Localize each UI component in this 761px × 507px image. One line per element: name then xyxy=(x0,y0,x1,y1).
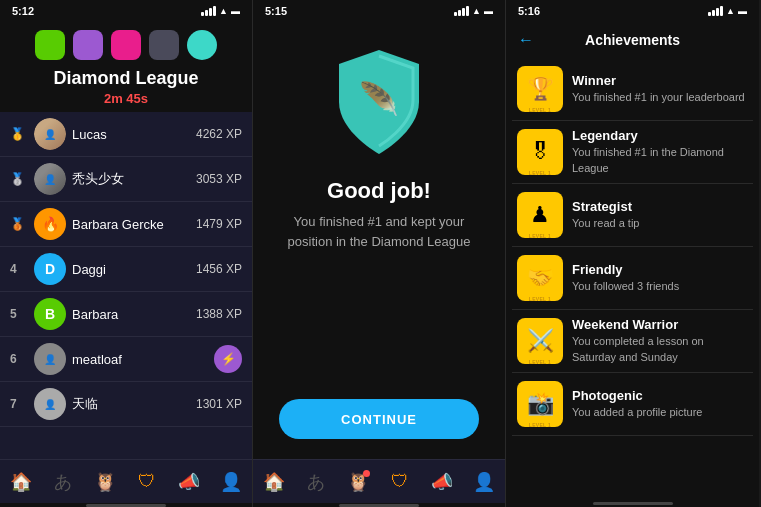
nav-social-1[interactable]: 📣 xyxy=(175,468,203,496)
list-item: 🏆 Winner You finished #1 in your leaderb… xyxy=(512,58,753,121)
time-1: 5:12 xyxy=(12,5,34,17)
rank-1: 🥇 xyxy=(10,127,28,141)
gem-green xyxy=(35,30,65,60)
signal-icon xyxy=(201,6,216,16)
rank-2: 🥈 xyxy=(10,172,28,186)
time-3: 5:16 xyxy=(518,5,540,17)
nav-profile-1[interactable]: 👤 xyxy=(217,468,245,496)
avatar-3: 🔥 xyxy=(34,208,66,240)
table-row: 🥉 🔥 Barbara Gercke 1479 XP xyxy=(0,202,252,247)
nav-learn-2[interactable]: あ xyxy=(302,468,330,496)
rank-5: 5 xyxy=(10,307,28,321)
achievement-info-strategist: Strategist You read a tip xyxy=(572,199,749,231)
battery-icon-2: ▬ xyxy=(484,6,493,16)
nav-learn-1[interactable]: あ xyxy=(49,468,77,496)
table-row: 7 👤 天临 1301 XP xyxy=(0,382,252,427)
status-bar-2: 5:15 ▲ ▬ xyxy=(253,0,505,22)
league-header: Diamond League 2m 45s xyxy=(0,22,252,112)
nav-shield-2[interactable]: 🛡 xyxy=(386,468,414,496)
xp-4: 1456 XP xyxy=(196,262,242,276)
phone2: 5:15 ▲ ▬ 🪶 Good job! You fini xyxy=(253,0,506,507)
gem-pink xyxy=(111,30,141,60)
league-title: Diamond League xyxy=(53,68,198,89)
avatar-2: 👤 xyxy=(34,163,66,195)
status-bar-3: 5:16 ▲ ▬ xyxy=(506,0,759,22)
nav-owl-2[interactable]: 🦉 xyxy=(344,468,372,496)
xp-5: 1388 XP xyxy=(196,307,242,321)
name-3: Barbara Gercke xyxy=(72,217,196,232)
gem-gray xyxy=(149,30,179,60)
nav-home-2[interactable]: 🏠 xyxy=(260,468,288,496)
avatar-7: 👤 xyxy=(34,388,66,420)
achievements-list: 🏆 Winner You finished #1 in your leaderb… xyxy=(506,58,759,499)
achievement-info-photogenic: Photogenic You added a profile picture xyxy=(572,388,749,420)
table-row: 5 B Barbara 1388 XP xyxy=(0,292,252,337)
time-2: 5:15 xyxy=(265,5,287,17)
status-bar-1: 5:12 ▲ ▬ xyxy=(0,0,252,22)
list-item: 🎖 Legendary You finished #1 in the Diamo… xyxy=(512,121,753,184)
nav-owl-1[interactable]: 🦉 xyxy=(91,468,119,496)
battery-icon-3: ▬ xyxy=(738,6,747,16)
nav-shield-1[interactable]: 🛡 xyxy=(133,468,161,496)
table-row: 6 👤 meatloaf ⚡ xyxy=(0,337,252,382)
continue-button[interactable]: CONTINUE xyxy=(279,399,479,439)
achievement-badge-friendly: 🤝 xyxy=(516,254,564,302)
avatar-4: D xyxy=(34,253,66,285)
home-indicator-3 xyxy=(506,499,759,507)
lightning-badge: ⚡ xyxy=(214,345,242,373)
achievement-badge-strategist: ♟ xyxy=(516,191,564,239)
avatar-1: 👤 xyxy=(34,118,66,150)
achievement-badge-winner: 🏆 xyxy=(516,65,564,113)
phone1: 5:12 ▲ ▬ Diamond League 2m 45s xyxy=(0,0,253,507)
nav-social-2[interactable]: 📣 xyxy=(428,468,456,496)
achievement-info-weekend: Weekend Warrior You completed a lesson o… xyxy=(572,317,749,365)
goodjob-desc: You finished #1 and kept your position i… xyxy=(253,212,505,251)
gem-teal xyxy=(187,30,217,60)
name-4: Daggi xyxy=(72,262,196,277)
achievement-info-friendly: Friendly You followed 3 friends xyxy=(572,262,749,294)
table-row: 🥇 👤 Lucas 4262 XP xyxy=(0,112,252,157)
phone3: 5:16 ▲ ▬ ← Achievements 🏆 Winne xyxy=(506,0,759,507)
achievement-info-winner: Winner You finished #1 in your leaderboa… xyxy=(572,73,749,105)
signal-icon-3 xyxy=(708,6,723,16)
status-icons-2: ▲ ▬ xyxy=(454,6,493,16)
name-7: 天临 xyxy=(72,395,196,413)
phone1-content: Diamond League 2m 45s 🥇 👤 Lucas 4262 XP … xyxy=(0,22,252,507)
signal-icon-2 xyxy=(454,6,469,16)
wifi-icon-2: ▲ xyxy=(472,6,481,16)
xp-1: 4262 XP xyxy=(196,127,242,141)
badge-row xyxy=(35,30,217,60)
achievements-header: ← Achievements xyxy=(506,22,759,58)
back-button[interactable]: ← xyxy=(518,31,534,49)
phone3-content: ← Achievements 🏆 Winner You finished #1 … xyxy=(506,22,759,507)
xp-3: 1479 XP xyxy=(196,217,242,231)
list-item: ♟ Strategist You read a tip xyxy=(512,184,753,247)
achievement-badge-photogenic: 📸 xyxy=(516,380,564,428)
nav-profile-2[interactable]: 👤 xyxy=(470,468,498,496)
name-6: meatloaf xyxy=(72,352,214,367)
rank-4: 4 xyxy=(10,262,28,276)
list-item: 📸 Photogenic You added a profile picture xyxy=(512,373,753,436)
status-icons-1: ▲ ▬ xyxy=(201,6,240,16)
achievement-info-legendary: Legendary You finished #1 in the Diamond… xyxy=(572,128,749,176)
bottom-nav-2: 🏠 あ 🦉 🛡 📣 👤 xyxy=(253,459,505,503)
nav-home-1[interactable]: 🏠 xyxy=(7,468,35,496)
rank-6: 6 xyxy=(10,352,28,366)
achievement-shield: 🪶 xyxy=(324,42,434,162)
rank-3: 🥉 xyxy=(10,217,28,231)
goodjob-title: Good job! xyxy=(327,178,431,204)
table-row: 🥈 👤 秃头少女 3053 XP xyxy=(0,157,252,202)
xp-2: 3053 XP xyxy=(196,172,242,186)
table-row: 4 D Daggi 1456 XP xyxy=(0,247,252,292)
wifi-icon: ▲ xyxy=(219,6,228,16)
leaderboard-list: 🥇 👤 Lucas 4262 XP 🥈 👤 秃头少女 3053 XP 🥉 xyxy=(0,112,252,459)
xp-7: 1301 XP xyxy=(196,397,242,411)
achievements-title: Achievements xyxy=(585,32,680,48)
home-indicator-1 xyxy=(0,503,252,507)
home-indicator-2 xyxy=(339,503,419,507)
wifi-icon-3: ▲ xyxy=(726,6,735,16)
avatar-5: B xyxy=(34,298,66,330)
list-item: 🤝 Friendly You followed 3 friends xyxy=(512,247,753,310)
rank-7: 7 xyxy=(10,397,28,411)
name-5: Barbara xyxy=(72,307,196,322)
